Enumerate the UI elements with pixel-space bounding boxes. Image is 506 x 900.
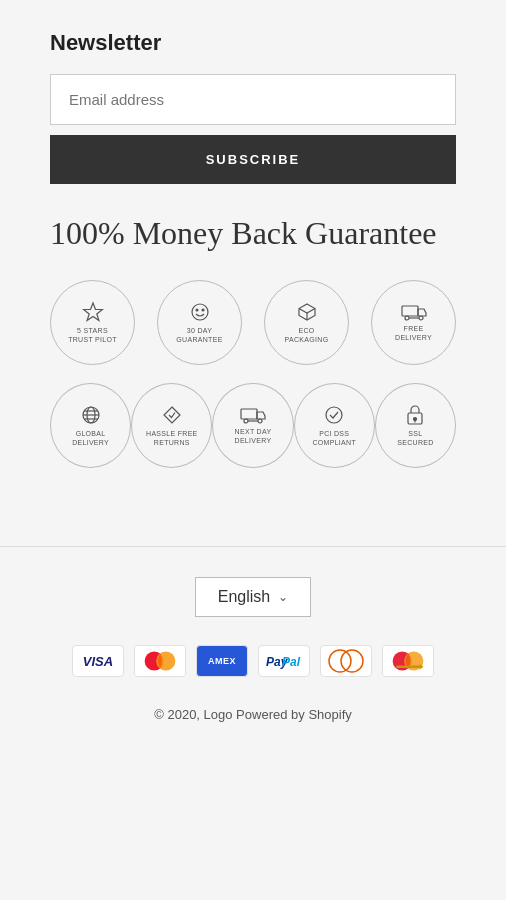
subscribe-button[interactable]: SUBSCRIBE — [50, 135, 456, 184]
footer-copyright: © 2020, Logo Powered by Shopify — [154, 707, 352, 722]
svg-point-16 — [258, 419, 262, 423]
badge-eco-packaging: ECOPACKAGING — [264, 280, 349, 365]
badges-row-2: GLOBALDELIVERY HASSLE FREERETURNS NEXT D… — [50, 383, 456, 468]
paypal-payment-icon: Pay Pal — [258, 645, 310, 677]
badge-free-delivery: FREEDELIVERY — [371, 280, 456, 365]
svg-text:Pal: Pal — [282, 655, 301, 669]
badge-five-stars: 5 STARSTRUST PILOT — [50, 280, 135, 365]
svg-point-18 — [326, 407, 342, 423]
main-section: Newsletter SUBSCRIBE 100% Money Back Gua… — [0, 0, 506, 526]
svg-point-2 — [196, 309, 198, 311]
svg-point-6 — [405, 316, 409, 320]
svg-point-27 — [329, 650, 351, 672]
svg-point-3 — [202, 309, 204, 311]
chevron-down-icon: ⌄ — [278, 590, 288, 604]
visa-payment-icon: VISA — [72, 645, 124, 677]
svg-point-28 — [341, 650, 363, 672]
newsletter-title: Newsletter — [50, 30, 456, 56]
svg-marker-0 — [83, 303, 102, 321]
payment-icons-row: VISA AMEX Pay Pal — [72, 645, 434, 677]
badge-30-day: 30 DAYGUARANTEE — [157, 280, 242, 365]
maestro-payment-icon — [382, 645, 434, 677]
badge-ssl-secured: SSLSECURED — [375, 383, 456, 468]
svg-point-1 — [192, 304, 208, 320]
diners-payment-icon — [320, 645, 372, 677]
amex-payment-icon: AMEX — [196, 645, 248, 677]
badge-next-day: NEXT DAYDELIVERY — [212, 383, 293, 468]
badge-global-delivery: GLOBALDELIVERY — [50, 383, 131, 468]
svg-rect-5 — [402, 306, 418, 316]
svg-point-15 — [244, 419, 248, 423]
mastercard-payment-icon — [134, 645, 186, 677]
svg-point-20 — [414, 418, 417, 421]
email-input[interactable] — [50, 74, 456, 125]
svg-rect-14 — [241, 409, 257, 419]
money-back-guarantee: 100% Money Back Guarantee — [50, 214, 456, 252]
badge-hassle-free: HASSLE FREERETURNS — [131, 383, 212, 468]
language-selector[interactable]: English ⌄ — [195, 577, 311, 617]
badges-row-1: 5 STARSTRUST PILOT 30 DAYGUARANTEE ECOPA… — [50, 280, 456, 365]
bottom-section: English ⌄ VISA AMEX Pay Pal — [0, 547, 506, 742]
svg-point-7 — [419, 316, 423, 320]
badge-pci-dss: PCI DSSCOMPLIANT — [294, 383, 375, 468]
language-label: English — [218, 588, 270, 606]
